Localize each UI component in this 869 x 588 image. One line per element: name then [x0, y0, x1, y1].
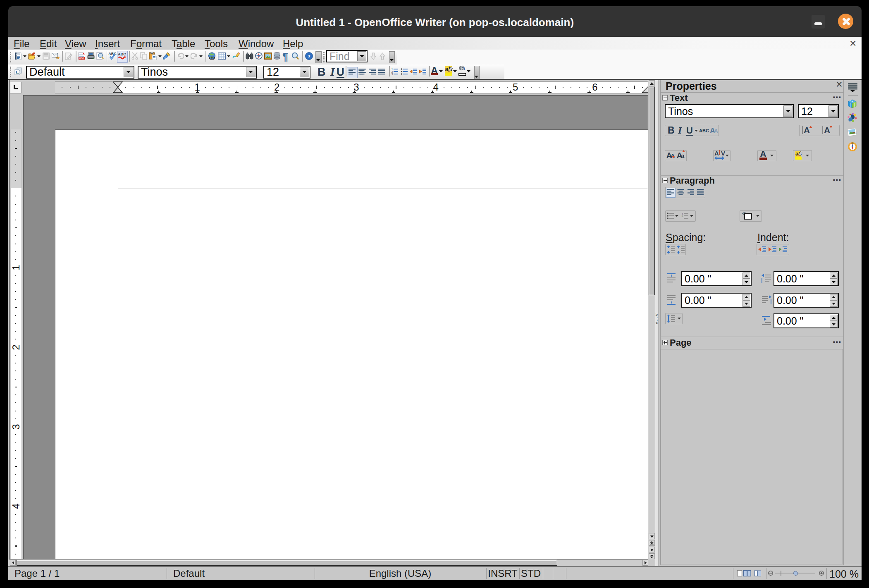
svg-text:ABC: ABC [108, 52, 117, 56]
svg-text:II: II [682, 215, 683, 218]
svg-text:N: N [852, 142, 853, 144]
svg-text:PDF: PDF [79, 57, 84, 60]
svg-text:3: 3 [392, 73, 393, 75]
svg-text:?: ? [308, 53, 310, 60]
svg-text:ABC: ABC [118, 52, 126, 56]
